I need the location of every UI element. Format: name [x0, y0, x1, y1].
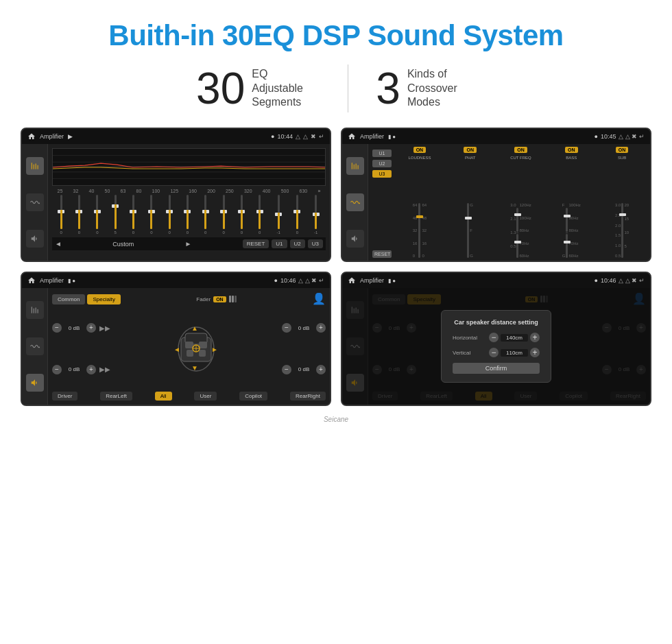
- rearleft-btn[interactable]: RearLeft: [100, 392, 132, 401]
- screen1-eq-main: 25 32 40 50 63 80 100 125 160 200 250 32…: [48, 144, 330, 261]
- screen3-speaker-main: Common Specialty Fader ON 👤: [48, 288, 330, 405]
- common-btn[interactable]: Common: [52, 294, 85, 305]
- eq-slider-1[interactable]: 0: [60, 195, 62, 236]
- vertical-plus-btn[interactable]: +: [530, 348, 540, 357]
- u1-btn[interactable]: U1: [272, 239, 287, 248]
- vertical-minus-btn[interactable]: −: [489, 348, 499, 357]
- reset-preset[interactable]: RESET: [372, 250, 392, 258]
- plus-btn-1[interactable]: +: [86, 323, 96, 333]
- plus-btn-4[interactable]: +: [316, 365, 326, 374]
- screen3-app-label: Amplifier: [40, 277, 64, 284]
- specialty-btn[interactable]: Specialty: [87, 294, 120, 305]
- eq-slider-4[interactable]: 5: [114, 195, 116, 236]
- channel-loudness: ON LOUDNESS 644832160 644832160: [396, 147, 444, 258]
- home-icon-4[interactable]: [348, 276, 356, 285]
- eq-custom-label: Custom: [112, 241, 134, 248]
- stat2-number: 3: [376, 67, 400, 110]
- wave-icon-2[interactable]: [346, 193, 364, 211]
- freq-630: 630: [300, 189, 308, 193]
- eq-icon-2[interactable]: [346, 157, 364, 175]
- confirm-button[interactable]: Confirm: [453, 363, 540, 374]
- wave-icon[interactable]: [26, 193, 44, 211]
- u3-preset[interactable]: U3: [372, 170, 392, 178]
- speaker-icon[interactable]: [26, 230, 44, 248]
- channel-cutfreq: ON CUT FREQ 3.02.11.30.5 120Hz100Hz80Hz7…: [497, 147, 545, 258]
- phat-label: PHAT: [465, 156, 476, 160]
- camera-icon: △: [296, 133, 300, 140]
- u2-preset[interactable]: U2: [372, 160, 392, 167]
- eq-slider-14[interactable]: 0: [296, 195, 298, 236]
- screen1-body: 25 32 40 50 63 80 100 125 160 200 250 32…: [22, 144, 330, 261]
- reset-btn[interactable]: RESET: [243, 239, 269, 248]
- home-icon-3[interactable]: [27, 276, 36, 285]
- eq-slider-13[interactable]: -1: [276, 195, 280, 236]
- svg-rect-2: [35, 164, 36, 169]
- plus-btn-3[interactable]: +: [316, 323, 326, 333]
- minus-btn-2[interactable]: −: [52, 365, 62, 374]
- svg-rect-0: [31, 163, 32, 169]
- svg-text:▲: ▲: [191, 324, 198, 332]
- eq-slider-12[interactable]: 0: [259, 195, 261, 236]
- vertical-label: Vertical: [453, 350, 483, 356]
- eq-next-btn[interactable]: ►: [184, 240, 191, 248]
- fader-on-badge: ON: [213, 296, 226, 302]
- eq-slider-11[interactable]: 0: [241, 195, 243, 236]
- stat1-number: 30: [196, 67, 245, 110]
- u2-btn[interactable]: U2: [290, 239, 305, 248]
- horizontal-plus-btn[interactable]: +: [530, 333, 540, 342]
- speaker-icon-3[interactable]: [26, 374, 44, 392]
- svg-rect-3: [37, 165, 38, 169]
- eq-slider-10[interactable]: 0: [222, 195, 224, 236]
- home-icon[interactable]: [27, 132, 36, 141]
- rearright-btn[interactable]: RearRight: [290, 392, 326, 401]
- eq-icon-3[interactable]: [26, 301, 44, 319]
- driver-btn[interactable]: Driver: [52, 392, 77, 401]
- location-icon-2: ●: [595, 133, 598, 140]
- eq-slider-8[interactable]: 0: [187, 195, 189, 236]
- minus-btn-1[interactable]: −: [52, 323, 62, 333]
- eq-slider-5[interactable]: 0: [132, 195, 134, 236]
- screen3-container: Amplifier ▮ ● ● 10:46 △ △ ✖ ↵: [21, 272, 331, 406]
- screen2-time: 10:45: [601, 133, 616, 140]
- copilot-btn[interactable]: Copilot: [239, 392, 267, 401]
- back-icon[interactable]: ↵: [319, 133, 324, 140]
- eq-slider-7[interactable]: 0: [168, 195, 170, 236]
- eq-slider-3[interactable]: 0: [96, 195, 98, 236]
- screen3-time: 10:46: [280, 277, 296, 284]
- svg-rect-20: [185, 342, 193, 348]
- eq-slider-2[interactable]: 0: [78, 195, 80, 236]
- u1-preset[interactable]: U1: [372, 150, 392, 157]
- plus-btn-2[interactable]: +: [86, 365, 96, 374]
- horizontal-minus-btn[interactable]: −: [489, 333, 499, 342]
- sub-label: SUB: [618, 156, 626, 160]
- page-title: Buith-in 30EQ DSP Sound System: [0, 0, 672, 64]
- freq-160: 160: [189, 189, 197, 193]
- screens-grid: Amplifier ▶ ● 10:44 △ △ ✖ ↵: [0, 128, 672, 413]
- svg-text:►: ►: [211, 346, 218, 353]
- svg-rect-1: [33, 165, 34, 169]
- wave-icon-3[interactable]: [26, 337, 44, 355]
- eq-prev-btn[interactable]: ◄: [55, 240, 62, 248]
- close-icon[interactable]: ✖: [311, 133, 316, 140]
- eq-slider-9[interactable]: 0: [204, 195, 206, 236]
- svg-text:▼: ▼: [191, 364, 198, 372]
- minus-btn-4[interactable]: −: [282, 365, 291, 374]
- eq-slider-15[interactable]: -1: [314, 195, 317, 236]
- all-btn[interactable]: All: [155, 392, 172, 401]
- screen1-statusbar: Amplifier ▶ ● 10:44 △ △ ✖ ↵: [22, 129, 330, 144]
- speaker-icon-2[interactable]: [346, 230, 364, 248]
- user-btn[interactable]: User: [194, 392, 217, 401]
- expand-icon[interactable]: »: [317, 189, 320, 193]
- user-avatar: 👤: [312, 292, 326, 306]
- eq-icon[interactable]: [26, 157, 44, 175]
- svg-rect-13: [31, 307, 32, 313]
- u3-btn[interactable]: U3: [308, 239, 323, 248]
- eq-bottom: ◄ Custom ► RESET U1 U2 U3: [52, 237, 326, 250]
- minus-btn-3[interactable]: −: [282, 323, 291, 333]
- svg-rect-14: [33, 309, 34, 313]
- eq-slider-6[interactable]: 0: [150, 195, 152, 236]
- screen4-body: Common Specialty ON 👤 −0 dB+: [342, 288, 650, 405]
- freq-320: 320: [244, 189, 252, 193]
- play-icon[interactable]: ▶: [68, 133, 73, 140]
- home-icon-2[interactable]: [348, 132, 356, 141]
